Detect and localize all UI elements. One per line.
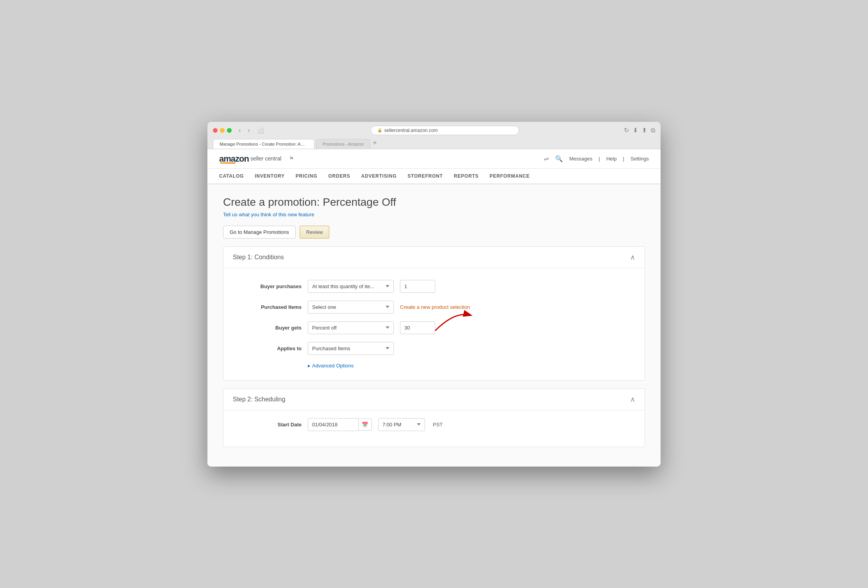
tab-manager-button[interactable]: ⧉: [651, 127, 655, 134]
purchased-items-row: Purchased Items Select one Create a new …: [239, 301, 629, 314]
nav-performance[interactable]: PERFORMANCE: [489, 169, 530, 184]
traffic-lights: [213, 128, 232, 133]
advanced-options-link[interactable]: ▸ Advanced Options: [308, 363, 354, 369]
buyer-gets-input[interactable]: [400, 321, 435, 334]
start-date-label: Start Date: [239, 422, 302, 428]
tab-inactive[interactable]: Promotions - Amazon: [316, 139, 370, 149]
create-link-container: Create a new product selection: [400, 303, 470, 310]
seller-central-text: seller central: [250, 155, 281, 162]
manage-promotions-button[interactable]: Go to Manage Promotions: [223, 226, 296, 239]
close-traffic-light[interactable]: [213, 128, 218, 133]
advanced-options-label: Advanced Options: [312, 363, 354, 369]
divider: |: [598, 156, 600, 162]
browser-actions: ↻ ⬇ ⬆ ⧉: [624, 127, 655, 134]
start-time-select[interactable]: 7:00 PM: [378, 418, 425, 431]
url-text: sellercentral.amazon.com: [384, 128, 438, 133]
reload-button[interactable]: ↻: [624, 127, 629, 134]
main-content: Create a promotion: Percentage Off Tell …: [207, 184, 661, 467]
step1-section: Step 1: Conditions ∧ Buyer purchases At …: [223, 246, 645, 381]
add-tab-button[interactable]: +: [373, 139, 377, 149]
amazon-logo: amazon seller central: [219, 154, 281, 164]
title-bar: ‹ › ⬜ 🔒 sellercentral.amazon.com ↻ ⬇ ⬆ ⧉: [207, 122, 661, 139]
step1-title: Step 1: Conditions: [233, 254, 284, 261]
download-button[interactable]: ⬇: [633, 127, 638, 134]
purchased-items-select[interactable]: Select one: [308, 301, 394, 314]
nav-pricing[interactable]: PRICING: [296, 169, 318, 184]
share-button[interactable]: ⬆: [642, 127, 647, 134]
tab-active-label: Manage Promotions - Create Promotion: Am…: [220, 142, 314, 146]
applies-to-row: Applies to Purchased Items: [239, 342, 629, 355]
nav-buttons: ‹ › ⬜: [236, 126, 266, 135]
nav-catalog[interactable]: CATALOG: [219, 169, 244, 184]
step2-section: Step 2: Scheduling ∧ Start Date 📅 7:00 P…: [223, 388, 645, 447]
address-bar-container: 🔒 sellercentral.amazon.com: [271, 126, 619, 135]
help-link[interactable]: Help: [606, 156, 617, 162]
purchased-items-label: Purchased Items: [239, 304, 302, 310]
buyer-purchases-label: Buyer purchases: [239, 283, 302, 289]
start-date-row: Start Date 📅 7:00 PM PST: [239, 418, 629, 431]
minimize-traffic-light[interactable]: [220, 128, 225, 133]
step2-collapse-button[interactable]: ∧: [630, 395, 635, 404]
forward-button[interactable]: ›: [245, 126, 252, 135]
step1-collapse-button[interactable]: ∧: [630, 253, 635, 262]
action-buttons: Go to Manage Promotions Review: [223, 226, 645, 239]
create-product-selection-link[interactable]: Create a new product selection: [400, 304, 470, 310]
nav-storefront[interactable]: STOREFRONT: [407, 169, 443, 184]
nav-advertising[interactable]: ADVERTISING: [361, 169, 396, 184]
applies-to-select[interactable]: Purchased Items: [308, 342, 394, 355]
window-button[interactable]: ⬜: [255, 126, 266, 135]
equalizer-icon[interactable]: ⇌: [544, 155, 549, 162]
buyer-purchases-select[interactable]: At least this quantity of ite...: [308, 280, 394, 293]
browser-chrome: ‹ › ⬜ 🔒 sellercentral.amazon.com ↻ ⬇ ⬆ ⧉…: [207, 122, 661, 149]
tab-active[interactable]: Manage Promotions - Create Promotion: Am…: [213, 139, 314, 149]
page-title: Create a promotion: Percentage Off: [223, 196, 645, 208]
lock-icon: 🔒: [377, 128, 382, 132]
step2-header: Step 2: Scheduling ∧: [223, 389, 645, 410]
main-nav: CATALOG INVENTORY PRICING ORDERS ADVERTI…: [207, 169, 661, 184]
step1-header: Step 1: Conditions ∧: [223, 247, 645, 268]
buyer-gets-label: Buyer gets: [239, 325, 302, 331]
applies-to-label: Applies to: [239, 346, 302, 351]
messages-link[interactable]: Messages: [569, 156, 592, 162]
amazon-header: amazon seller central ⚑ ⇌ 🔍 Messages | H…: [207, 149, 661, 169]
address-bar[interactable]: 🔒 sellercentral.amazon.com: [371, 126, 519, 135]
advanced-options-row: ▸ Advanced Options: [308, 363, 629, 369]
step2-title: Step 2: Scheduling: [233, 396, 285, 403]
feedback-link[interactable]: Tell us what you think of this new featu…: [223, 212, 314, 217]
buyer-gets-select[interactable]: Percent off: [308, 321, 394, 334]
step2-body: Start Date 📅 7:00 PM PST: [223, 410, 645, 447]
date-input-group: 📅: [308, 418, 372, 431]
header-right: ⇌ 🔍 Messages | Help | Settings: [544, 155, 649, 162]
nav-inventory[interactable]: INVENTORY: [255, 169, 285, 184]
divider2: |: [623, 156, 624, 162]
buyer-purchases-row: Buyer purchases At least this quantity o…: [239, 280, 629, 293]
step1-body: Buyer purchases At least this quantity o…: [223, 268, 645, 380]
review-button[interactable]: Review: [300, 226, 330, 239]
amazon-logo-text: amazon: [219, 154, 249, 164]
start-date-input[interactable]: [308, 418, 359, 431]
flag-icon: ⚑: [289, 155, 294, 162]
back-button[interactable]: ‹: [236, 126, 243, 135]
nav-reports[interactable]: REPORTS: [454, 169, 479, 184]
buyer-gets-row: Buyer gets Percent off: [239, 321, 629, 334]
settings-link[interactable]: Settings: [630, 156, 649, 162]
nav-orders[interactable]: ORDERS: [328, 169, 350, 184]
timezone-label: PST: [433, 422, 443, 428]
tab-bar: Manage Promotions - Create Promotion: Am…: [207, 139, 661, 149]
page-content: amazon seller central ⚑ ⇌ 🔍 Messages | H…: [207, 149, 661, 467]
maximize-traffic-light[interactable]: [227, 128, 232, 133]
browser-window: ‹ › ⬜ 🔒 sellercentral.amazon.com ↻ ⬇ ⬆ ⧉…: [207, 122, 661, 467]
search-icon[interactable]: 🔍: [555, 155, 563, 162]
chevron-right-icon: ▸: [308, 363, 311, 369]
calendar-icon[interactable]: 📅: [358, 419, 372, 431]
tab-inactive-label: Promotions - Amazon: [323, 142, 364, 146]
buyer-purchases-input[interactable]: [400, 280, 435, 293]
